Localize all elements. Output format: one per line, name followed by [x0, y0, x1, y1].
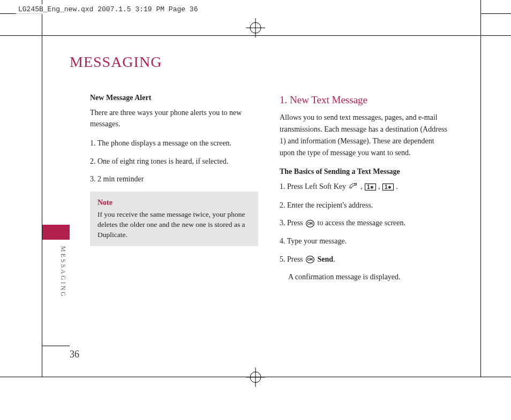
send-label: Send — [318, 255, 334, 263]
page-frame: MESSAGING MESSAGING New Message Alert Th… — [42, 35, 481, 377]
step3-text-a: 3. Press — [280, 219, 305, 227]
left-column: New Message Alert There are three ways y… — [90, 92, 258, 289]
crop-mark — [481, 13, 511, 14]
right-column: 1. New Text Message Allows you to send t… — [280, 92, 448, 289]
registration-mark-bottom — [239, 361, 272, 393]
svg-point-6 — [354, 184, 355, 185]
step3-text-b: to access the message screen. — [318, 219, 405, 227]
step5-text-c: . — [333, 255, 335, 263]
registration-mark-top — [239, 12, 272, 44]
crop-mark — [480, 13, 481, 377]
new-text-intro: Allows you to send text messages, pages,… — [280, 112, 448, 158]
alert-item-2: 2. One of eight ring tones is heard, if … — [90, 156, 258, 167]
key-1-icon: 1✱ — [382, 184, 394, 190]
ok-key-icon: OK — [306, 256, 314, 263]
side-accent-bar — [42, 225, 70, 240]
step-4: 4. Type your message. — [280, 235, 448, 247]
crop-mark — [42, 13, 42, 377]
step1-text-d: . — [396, 182, 398, 190]
page-title: MESSAGING — [70, 54, 162, 71]
confirmation-text: A confirmation message is displayed. — [288, 271, 448, 283]
step5-text-a: 5. Press — [280, 255, 305, 263]
note-body: If you receive the same message twice, y… — [97, 210, 251, 240]
alert-intro: There are three ways your phone alerts y… — [90, 107, 258, 130]
alert-item-3: 3. 2 min reminder — [90, 173, 258, 185]
step-5: 5. Press OK Send. — [280, 254, 448, 265]
step1-text-c: , — [378, 182, 382, 190]
step1-text-a: 1. Press Left Soft Key — [280, 182, 348, 190]
step-2: 2. Enter the recipient's address. — [280, 200, 448, 211]
ok-key-icon: OK — [306, 220, 314, 227]
qxd-header: LG245B_Eng_new.qxd 2007.1.5 3:19 PM Page… — [16, 4, 200, 14]
step-1: 1. Press Left Soft Key , 1✱ , 1✱ . — [280, 181, 448, 193]
side-section-label: MESSAGING — [59, 246, 67, 298]
new-message-alert-head: New Message Alert — [90, 92, 258, 104]
key-1-icon: 1✱ — [365, 184, 376, 190]
alert-item-1: 1. The phone displays a message on the s… — [90, 138, 258, 149]
step1-text-b: , — [360, 182, 364, 190]
step-3: 3. Press OK to access the message screen… — [280, 217, 448, 229]
left-soft-key-icon — [349, 181, 358, 193]
new-text-message-head: 1. New Text Message — [280, 92, 448, 108]
page-number: 36 — [70, 349, 79, 360]
footer-rule — [42, 346, 70, 346]
note-title: Note — [97, 197, 251, 209]
content-columns: New Message Alert There are three ways y… — [90, 92, 448, 289]
crop-mark — [480, 0, 481, 13]
note-box: Note If you receive the same message twi… — [90, 192, 258, 246]
basics-head: The Basics of Sending a Text Message — [280, 166, 448, 178]
